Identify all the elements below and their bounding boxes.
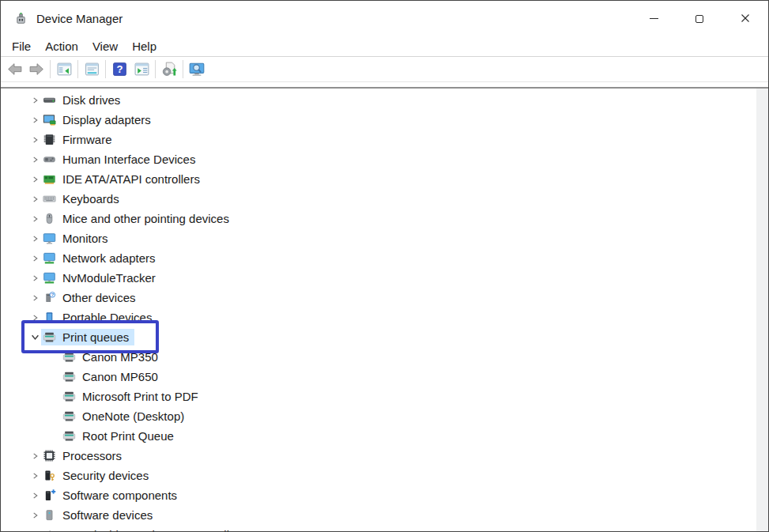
menu-file[interactable]: File [5, 37, 38, 55]
network-adapter-icon [43, 271, 56, 285]
tree-item-disk-drives[interactable]: Disk drives [1, 90, 768, 110]
chevron-right-icon[interactable] [27, 270, 43, 286]
chevron-right-icon[interactable] [27, 488, 43, 504]
tree-item-other-devices[interactable]: ?Other devices [1, 288, 768, 308]
tree-item-display-adapters[interactable]: Display adapters [1, 110, 768, 130]
tree-item-label: Sound, video and game controllers [62, 528, 246, 531]
help-button[interactable]: ? [108, 58, 130, 80]
tree-item-label: NvModuleTracker [62, 271, 156, 285]
chevron-right-icon[interactable] [27, 211, 43, 227]
chevron-right-icon[interactable] [27, 172, 43, 187]
tree-item-keyboards[interactable]: Keyboards [1, 189, 768, 209]
tree-item-label: Mice and other pointing devices [62, 212, 229, 225]
toolbar-separator [155, 60, 156, 78]
back-icon [6, 61, 23, 77]
disk-drive-icon [43, 93, 56, 107]
tree-item-root-print-queue[interactable]: Root Print Queue [1, 426, 768, 446]
tree-item-mice-and-other-pointing-devices[interactable]: Mice and other pointing devices [1, 209, 768, 228]
tree-item-network-adapters[interactable]: Network adapters [1, 248, 768, 268]
portable-device-icon [43, 311, 56, 324]
menu-view[interactable]: View [85, 37, 125, 55]
console-tree-icon [56, 61, 73, 77]
chevron-spacer [47, 349, 62, 365]
toolbar-separator [77, 60, 78, 78]
chevron-right-icon[interactable] [27, 132, 43, 148]
tree-item-canon-mp350[interactable]: Canon MP350 [1, 347, 768, 367]
network-adapter-icon [43, 251, 56, 265]
tree-item-human-interface-devices[interactable]: Human Interface Devices [1, 149, 768, 169]
window-title: Device Manager [36, 12, 123, 25]
tree-item-label: OneNote (Desktop) [82, 409, 184, 423]
tree-item-label: Software devices [62, 508, 153, 522]
tree-item-onenote-desktop[interactable]: OneNote (Desktop) [1, 406, 768, 426]
svg-text:?: ? [116, 63, 123, 75]
tree-item-sound-video-and-game-controllers[interactable]: Sound, video and game controllers [1, 525, 768, 531]
search-computer-button[interactable] [186, 58, 208, 80]
tree-item-label: IDE ATA/ATAPI controllers [62, 172, 200, 186]
chevron-right-icon[interactable] [27, 191, 43, 207]
show-console-tree-button[interactable] [53, 58, 75, 80]
back-button[interactable] [3, 58, 25, 80]
search-computer-icon [188, 61, 205, 78]
printer-icon [62, 429, 76, 443]
properties-button[interactable] [81, 58, 103, 80]
tree-item-processors[interactable]: Processors [1, 446, 768, 466]
chevron-right-icon[interactable] [27, 92, 43, 108]
tree-item-label: Print queues [62, 330, 129, 344]
toolbar-separator [183, 60, 183, 78]
chevron-right-icon[interactable] [27, 231, 43, 247]
action-pane-icon [134, 61, 150, 77]
show-action-pane-button[interactable] [130, 58, 153, 80]
chevron-right-icon[interactable] [27, 310, 43, 326]
scan-hardware-icon [161, 61, 178, 77]
tree-item-label: Display adapters [62, 113, 151, 126]
tree-item-label: Other devices [62, 291, 136, 304]
tree-item-ide-ata-atapi-controllers[interactable]: IDE ATA/ATAPI controllers [1, 169, 768, 189]
maximize-button[interactable] [677, 1, 722, 36]
minimize-button[interactable] [631, 1, 677, 36]
chevron-right-icon[interactable] [27, 527, 43, 532]
tree-item-label: Disk drives [62, 93, 120, 107]
scan-hardware-changes-button[interactable] [158, 58, 180, 80]
chevron-spacer [47, 428, 62, 444]
maximize-icon [695, 15, 703, 23]
firmware-icon [43, 133, 56, 146]
tree-item-firmware[interactable]: Firmware [1, 130, 768, 149]
tree-item-security-devices[interactable]: Security devices [1, 466, 768, 485]
titlebar: Device Manager [1, 1, 768, 36]
device-manager-app-icon [14, 12, 28, 25]
tree-item-nvmoduletracker[interactable]: NvModuleTracker [1, 268, 768, 288]
close-button[interactable] [722, 1, 768, 36]
chevron-spacer [47, 369, 62, 385]
printer-icon [62, 350, 76, 364]
tree-item-software-components[interactable]: Software components [1, 485, 768, 505]
tree-item-label: Keyboards [62, 192, 119, 206]
tree-item-label: Processors [62, 449, 122, 462]
chevron-down-icon[interactable] [27, 330, 43, 345]
chevron-right-icon[interactable] [27, 448, 43, 464]
forward-button[interactable] [25, 58, 47, 80]
tree-item-monitors[interactable]: Monitors [1, 228, 768, 248]
forward-icon [28, 61, 45, 77]
chevron-right-icon[interactable] [27, 507, 43, 523]
tree-item-canon-mp650[interactable]: Canon MP650 [1, 367, 768, 387]
mouse-icon [43, 212, 56, 225]
window-controls [631, 1, 768, 36]
menu-bar: FileActionViewHelp [1, 36, 768, 57]
processor-icon [43, 449, 56, 462]
scrollbar-track[interactable] [756, 89, 768, 531]
tree-item-portable-devices[interactable]: Portable Devices [1, 308, 768, 327]
menu-action[interactable]: Action [38, 37, 85, 55]
chevron-right-icon[interactable] [27, 112, 43, 128]
device-manager-window: Device Manager FileActionViewHelp ? Disk… [0, 0, 769, 532]
display-adapter-icon [43, 113, 56, 126]
svg-text:?: ? [51, 292, 54, 297]
chevron-right-icon[interactable] [27, 290, 43, 306]
chevron-right-icon[interactable] [27, 468, 43, 484]
chevron-right-icon[interactable] [27, 251, 43, 266]
chevron-right-icon[interactable] [27, 152, 43, 168]
tree-item-print-queues[interactable]: Print queues [1, 327, 768, 347]
tree-item-microsoft-print-to-pdf[interactable]: Microsoft Print to PDF [1, 387, 768, 406]
tree-item-software-devices[interactable]: Software devices [1, 505, 768, 525]
menu-help[interactable]: Help [125, 37, 164, 55]
